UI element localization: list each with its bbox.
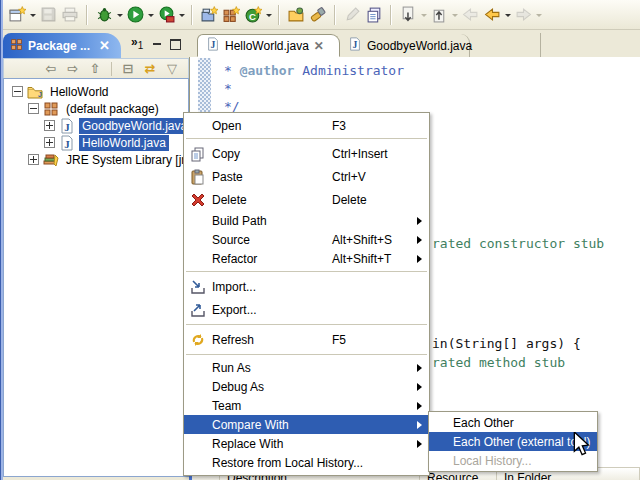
menu-item-compare-with[interactable]: Compare With (184, 415, 429, 434)
view-stack-indicator[interactable]: »1 (131, 35, 143, 51)
menu-item-label: Export... (212, 303, 257, 317)
tree-item-helloworld-java[interactable]: JHelloWorld.java (4, 134, 188, 151)
delete-icon (190, 192, 212, 208)
tree-item-default-package[interactable]: (default package) (4, 100, 188, 117)
new-wizard-icon[interactable] (6, 4, 28, 26)
nav-up-icon[interactable]: ⇧ (86, 61, 104, 77)
menu-item-label: Copy (212, 147, 240, 161)
menu-item-export[interactable]: Export... (184, 298, 429, 321)
open-type-icon[interactable] (285, 4, 307, 26)
next-annotation-dropdown-icon (419, 4, 428, 26)
prev-annotation-icon[interactable] (428, 4, 450, 26)
expand-icon[interactable] (44, 120, 55, 131)
menu-item-run-as[interactable]: Run As (184, 358, 429, 377)
close-tab-icon[interactable]: ✕ (314, 39, 324, 53)
new-class-dropdown-icon[interactable] (264, 4, 273, 26)
collapse-all-icon[interactable]: ⊟ (119, 61, 137, 77)
menu-item-paste[interactable]: PasteCtrl+V (184, 165, 429, 188)
tree-item-label: JRE System Library [jre (63, 152, 189, 168)
code-line: rated constructor stub (432, 236, 604, 251)
menu-item-source[interactable]: SourceAlt+Shift+S (184, 230, 429, 249)
code-line: in(String[] args) { (432, 336, 581, 351)
new-package-icon[interactable] (220, 4, 242, 26)
tree-item-label: HelloWorld (47, 84, 111, 100)
menu-separator (184, 135, 429, 142)
toolbar-separator (278, 5, 280, 25)
minimize-view-icon[interactable] (151, 38, 164, 50)
new-java-project-icon[interactable] (198, 4, 220, 26)
view-title: Package ... (28, 39, 90, 53)
menu-item-build-path[interactable]: Build Path (184, 211, 429, 230)
expand-icon[interactable] (44, 137, 55, 148)
menu-item-copy[interactable]: CopyCtrl+Insert (184, 142, 429, 165)
forward-dropdown-icon (534, 4, 543, 26)
menu-item-label: Each Other (453, 416, 514, 430)
svg-text:J: J (353, 39, 358, 50)
expand-icon[interactable] (28, 154, 39, 165)
close-view-icon[interactable]: ✕ (99, 41, 110, 51)
maximize-view-icon[interactable] (169, 38, 182, 50)
submenu-arrow-icon (417, 383, 422, 391)
back-dropdown-icon[interactable] (503, 4, 512, 26)
menu-item-restore-from-local-history[interactable]: Restore from Local History... (184, 453, 429, 472)
menu-item-refresh[interactable]: RefreshF5 (184, 328, 429, 351)
link-editor-icon[interactable]: ⇄ (141, 61, 159, 77)
nav-back-icon[interactable]: ⇦ (42, 61, 60, 77)
submenu-arrow-icon (417, 440, 422, 448)
tree-item-label: GoodbyeWorld.java (79, 118, 189, 134)
menu-item-debug-as[interactable]: Debug As (184, 377, 429, 396)
menu-item-each-other[interactable]: Each Other (429, 413, 597, 432)
tab-label: HelloWorld.java (225, 39, 309, 53)
nav-forward-icon[interactable]: ⇨ (64, 61, 82, 77)
menu-accelerator: Delete (332, 193, 367, 207)
new-wizard-dropdown-icon[interactable] (28, 4, 37, 26)
last-edit-icon (459, 4, 481, 26)
java-file-icon: J (206, 37, 220, 54)
menu-item-label: Team (212, 399, 241, 413)
collapse-icon[interactable] (12, 86, 23, 97)
debug-icon[interactable] (93, 4, 115, 26)
run-external-dropdown-icon[interactable] (177, 4, 186, 26)
menu-icon-spacer (190, 398, 212, 414)
menu-item-refactor[interactable]: RefactorAlt+Shift+T (184, 249, 429, 268)
tree-item-jre-system-library-jre[interactable]: JRE System Library [jre (4, 151, 188, 168)
tree-item-label: (default package) (63, 101, 162, 117)
menu-item-replace-with[interactable]: Replace With (184, 434, 429, 453)
code-line: * @author Administrator (224, 63, 404, 78)
menu-icon-spacer (190, 232, 212, 248)
menu-accelerator: F3 (332, 119, 346, 133)
tree-item-helloworld[interactable]: JHelloWorld (4, 83, 188, 100)
run-dropdown-icon[interactable] (146, 4, 155, 26)
menu-item-delete[interactable]: DeleteDelete (184, 188, 429, 211)
debug-dropdown-icon[interactable] (115, 4, 124, 26)
refresh-icon (190, 332, 212, 348)
toolbar-separator (334, 5, 336, 25)
collapse-icon[interactable] (28, 103, 39, 114)
menu-icon-spacer (190, 213, 212, 229)
package-explorer-title-tab[interactable]: Package ... ✕ (3, 33, 121, 58)
new-class-icon[interactable]: C (242, 4, 264, 26)
run-external-icon[interactable] (155, 4, 177, 26)
menu-item-label: Debug As (212, 380, 264, 394)
svg-text:J: J (38, 91, 42, 98)
view-menu-icon[interactable]: ▽ (163, 61, 181, 77)
run-icon[interactable] (124, 4, 146, 26)
context-menu: OpenF3CopyCtrl+InsertPasteCtrl+VDeleteDe… (183, 112, 430, 476)
menu-separator (184, 351, 429, 358)
tree-item-goodbyeworld-java[interactable]: JGoodbyeWorld.java (4, 117, 188, 134)
editor-tab-helloworld-java[interactable]: JHelloWorld.java✕ (197, 34, 340, 57)
console-icon[interactable] (363, 4, 385, 26)
menu-accelerator: Ctrl+V (332, 170, 366, 184)
editor-tab-goodbyeworld-java[interactable]: JGoodbyeWorld.java (340, 34, 470, 57)
next-annotation-icon[interactable] (397, 4, 419, 26)
prev-annotation-dropdown-icon (450, 4, 459, 26)
toolbar-separator (390, 5, 392, 25)
svg-text:J: J (64, 137, 70, 149)
menu-item-open[interactable]: OpenF3 (184, 116, 429, 135)
menu-item-team[interactable]: Team (184, 396, 429, 415)
menu-item-import[interactable]: Import... (184, 275, 429, 298)
back-icon[interactable] (481, 4, 503, 26)
copy-icon (190, 146, 212, 162)
menu-item-label: Run As (212, 361, 251, 375)
search-icon[interactable] (307, 4, 329, 26)
